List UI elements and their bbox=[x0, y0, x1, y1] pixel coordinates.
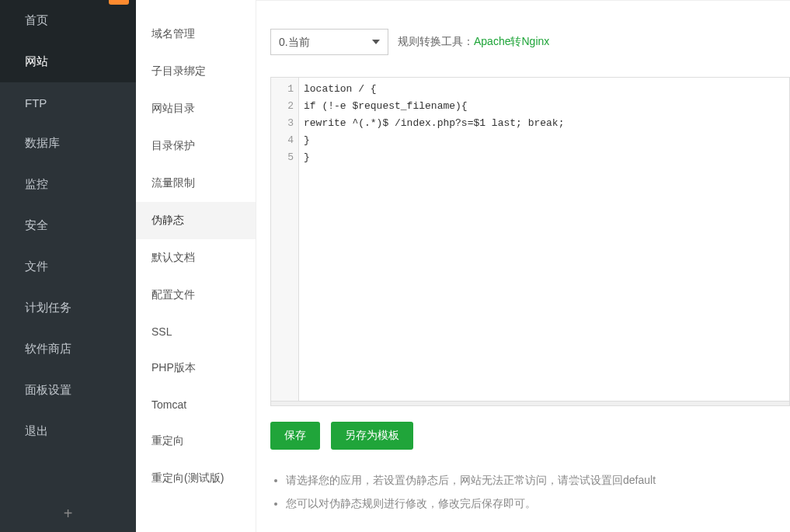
nav-label: 计划任务 bbox=[25, 301, 71, 315]
sub-traffic[interactable]: 流量限制 bbox=[136, 165, 256, 202]
nav-database[interactable]: 数据库 bbox=[0, 123, 136, 164]
nav-label: 网站 bbox=[25, 54, 48, 69]
nav-label: FTP bbox=[25, 96, 47, 110]
toolbar: 0.当前 规则转换工具：Apache转Nginx bbox=[270, 29, 790, 55]
nav-exit[interactable]: 退出 bbox=[0, 411, 136, 452]
template-select[interactable]: 0.当前 bbox=[270, 29, 388, 55]
sub-php[interactable]: PHP版本 bbox=[136, 349, 256, 387]
nav-label: 监控 bbox=[25, 177, 48, 192]
code-area[interactable]: location / { if (!-e $request_filename){… bbox=[299, 78, 789, 401]
sub-defaultdoc[interactable]: 默认文档 bbox=[136, 239, 256, 276]
badge-icon bbox=[109, 0, 129, 5]
sub-rewrite[interactable]: 伪静态 bbox=[136, 202, 256, 239]
sub-domain[interactable]: 域名管理 bbox=[136, 16, 256, 53]
nav-settings[interactable]: 面板设置 bbox=[0, 370, 136, 411]
content-area: 0.当前 规则转换工具：Apache转Nginx 12345 location … bbox=[256, 0, 790, 532]
button-row: 保存 另存为模板 bbox=[270, 422, 790, 450]
main-sidebar: 首页 网站 FTP 数据库 监控 安全 文件 计划任务 软件商店 面板设置 退出… bbox=[0, 0, 136, 532]
tips-list: 请选择您的应用，若设置伪静态后，网站无法正常访问，请尝试设置回default 您… bbox=[270, 468, 790, 515]
nav-website[interactable]: 网站 bbox=[0, 41, 136, 82]
tool-label: 规则转换工具：Apache转Nginx bbox=[398, 35, 549, 49]
nav-security[interactable]: 安全 bbox=[0, 205, 136, 246]
nav-store[interactable]: 软件商店 bbox=[0, 329, 136, 370]
nav-home[interactable]: 首页 bbox=[0, 0, 136, 41]
sub-tomcat[interactable]: Tomcat bbox=[136, 387, 256, 422]
nav-label: 数据库 bbox=[25, 136, 60, 151]
sub-subdir[interactable]: 子目录绑定 bbox=[136, 53, 256, 90]
sub-redirect[interactable]: 重定向 bbox=[136, 422, 256, 460]
nav-label: 文件 bbox=[25, 259, 48, 274]
tip-item: 请选择您的应用，若设置伪静态后，网站无法正常访问，请尝试设置回default bbox=[286, 468, 790, 492]
nav-ftp[interactable]: FTP bbox=[0, 82, 136, 123]
apache-nginx-link[interactable]: Apache转Nginx bbox=[474, 35, 549, 47]
code-editor[interactable]: 12345 location / { if (!-e $request_file… bbox=[270, 77, 790, 402]
nav-label: 退出 bbox=[25, 424, 48, 439]
sub-webdir[interactable]: 网站目录 bbox=[136, 90, 256, 127]
editor-scrollbar[interactable] bbox=[270, 402, 790, 406]
nav-cron[interactable]: 计划任务 bbox=[0, 287, 136, 329]
sub-sidebar: 域名管理 子目录绑定 网站目录 目录保护 流量限制 伪静态 默认文档 配置文件 … bbox=[136, 0, 256, 532]
nav-add-button[interactable]: + bbox=[0, 495, 136, 532]
save-button[interactable]: 保存 bbox=[270, 422, 320, 450]
sub-redirect-beta[interactable]: 重定向(测试版) bbox=[136, 460, 256, 497]
nav-label: 安全 bbox=[25, 218, 48, 233]
nav-label: 首页 bbox=[25, 13, 48, 28]
save-as-button[interactable]: 另存为模板 bbox=[331, 422, 413, 450]
tip-item: 您可以对伪静态规则进行修改，修改完后保存即可。 bbox=[286, 492, 790, 515]
nav-label: 面板设置 bbox=[25, 383, 71, 398]
sub-ssl[interactable]: SSL bbox=[136, 314, 256, 349]
line-gutter: 12345 bbox=[271, 78, 299, 401]
nav-files[interactable]: 文件 bbox=[0, 246, 136, 287]
sub-dirprotect[interactable]: 目录保护 bbox=[136, 127, 256, 165]
sub-config[interactable]: 配置文件 bbox=[136, 276, 256, 314]
nav-monitor[interactable]: 监控 bbox=[0, 164, 136, 205]
nav-label: 软件商店 bbox=[25, 342, 71, 356]
